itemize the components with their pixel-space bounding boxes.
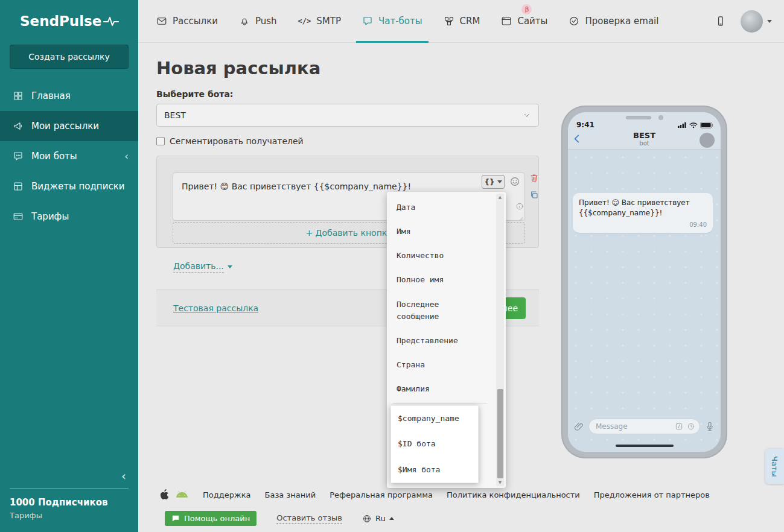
dropdown-item-presentation[interactable]: Представление [388, 329, 480, 353]
sidebar-item-subscription-widgets[interactable]: Виджеты подписки [0, 171, 138, 201]
check-circle-icon [569, 16, 579, 27]
add-more-label: Добавить... [173, 261, 224, 273]
insert-variable-button[interactable]: {} [482, 175, 505, 189]
tab-email-verification[interactable]: Проверка email [569, 0, 658, 42]
tab-email-campaigns[interactable]: Рассылки [156, 0, 218, 42]
dropdown-item-bot-name[interactable]: $Имя бота [391, 457, 478, 483]
add-more-link[interactable]: Добавить... [173, 261, 232, 273]
dropdown-item-fullname[interactable]: Полное имя [388, 268, 480, 292]
sidebar: SendPulse Создать рассылку Главная Мои р… [0, 0, 138, 532]
grid-icon [13, 90, 24, 101]
dropdown-scrollbar[interactable]: ▲ ▼ [496, 194, 504, 486]
dropdown-item-quantity[interactable]: Количество [388, 244, 480, 268]
chevron-down-icon [228, 265, 232, 268]
dropdown-item-company-name[interactable]: $company_name [391, 406, 478, 431]
sidebar-item-home[interactable]: Главная [0, 81, 138, 111]
tab-label: Push [255, 16, 277, 27]
contact-avatar [700, 133, 715, 148]
status-time: 9:41 [576, 121, 594, 129]
footer-links-row: Поддержка База знаний Реферальная програ… [160, 489, 710, 500]
tab-chatbots[interactable]: Чат-боты [362, 0, 422, 42]
preview-message-bubble: Привет! 😊 Вас приветствует {{$company_na… [573, 193, 713, 233]
chat-bot-icon [13, 151, 24, 162]
divider [393, 403, 487, 404]
tab-label: Рассылки [173, 16, 218, 27]
chevron-down-icon [523, 111, 531, 119]
sidebar-item-pricing[interactable]: Тарифы [0, 201, 138, 232]
dropdown-item-country[interactable]: Страна [388, 353, 480, 377]
scrollbar-thumb[interactable] [497, 389, 503, 478]
language-switcher[interactable]: Ru [362, 514, 394, 524]
braces-icon: {} [484, 179, 494, 186]
tab-smtp[interactable]: </> SMTP [298, 0, 341, 42]
tab-sites[interactable]: Сайты β [501, 0, 547, 42]
contact-header: BEST bot [568, 131, 721, 150]
contact-name-block: BEST bot [568, 131, 721, 147]
chevron-down-icon [497, 180, 502, 183]
chat-background: Привет! 😊 Вас приветствует {{$company_na… [568, 150, 721, 452]
divider [10, 488, 129, 489]
tab-label: SMTP [316, 16, 341, 27]
footer-actions-row: Помощь онлайн Оставить отзыв Ru [165, 511, 394, 526]
footer-link-privacy[interactable]: Политика конфиденциальности [447, 490, 580, 499]
store-icons [160, 489, 188, 500]
subscribers-count: 1000 Подписчиков [10, 497, 129, 508]
sendpulse-logo[interactable]: SendPulse [0, 0, 138, 29]
custom-variables-highlight: $company_name $ID бота $Имя бота [390, 405, 479, 483]
footer-link-knowledge-base[interactable]: База знаний [265, 490, 316, 499]
dropdown-item-bot-id[interactable]: $ID бота [391, 431, 478, 457]
widget-icon [13, 181, 24, 192]
page-title: Новая рассылка [156, 58, 320, 78]
copy-message-icon[interactable] [529, 190, 539, 200]
phone-speaker-row [568, 115, 721, 120]
delete-message-icon[interactable] [529, 173, 539, 183]
signal-icon [678, 122, 687, 128]
clock-icon [687, 422, 695, 431]
bell-icon [239, 16, 250, 27]
footer-link-support[interactable]: Поддержка [203, 490, 251, 499]
bot-select[interactable]: BEST [156, 104, 539, 127]
code-icon: </> [298, 17, 311, 25]
scroll-up-icon[interactable]: ▲ [496, 194, 504, 200]
envelope-icon [156, 16, 167, 27]
card-icon [13, 211, 24, 222]
apple-icon[interactable] [160, 489, 169, 500]
subscribers-pricing-link[interactable]: Тарифы [10, 511, 129, 520]
tab-crm[interactable]: CRM [444, 0, 480, 42]
dropdown-item-name[interactable]: Имя [388, 220, 480, 244]
online-help-button[interactable]: Помощь онлайн [165, 511, 257, 526]
speaker-grill [626, 116, 651, 119]
segment-checkbox[interactable] [156, 137, 165, 145]
emoji-picker-button[interactable] [509, 176, 520, 187]
mobile-app-icon[interactable] [715, 16, 726, 27]
dropdown-item-last-message[interactable]: Последнее сообщение [388, 293, 480, 329]
resize-handle[interactable] [515, 213, 524, 221]
segment-checkbox-row[interactable]: Сегментировать получателей [156, 136, 304, 146]
home-indicator [616, 445, 674, 447]
chats-side-tab[interactable]: Чаты [765, 449, 784, 484]
tab-push[interactable]: Push [239, 0, 277, 42]
scroll-down-icon[interactable]: ▼ [496, 480, 504, 486]
user-menu[interactable] [741, 10, 772, 33]
test-campaign-link[interactable]: Тестовая рассылка [173, 303, 258, 313]
paperclip-icon [573, 421, 584, 432]
globe-icon [362, 514, 372, 524]
footer-link-partner-offers[interactable]: Предложения от партнеров [594, 490, 710, 499]
collapse-sidebar-icon[interactable]: ‹ [116, 466, 131, 486]
android-icon[interactable] [176, 490, 188, 500]
sidebar-item-label: Виджеты подписки [31, 181, 124, 192]
phone-screen: Привет! 😊 Вас приветствует {{$company_na… [568, 112, 721, 452]
create-campaign-button[interactable]: Создать рассылку [10, 45, 129, 69]
status-bar: 9:41 [576, 121, 713, 129]
dropdown-item-lastname[interactable]: Фамилия [388, 377, 480, 401]
sidebar-item-my-campaigns[interactable]: Мои рассылки [0, 111, 138, 141]
sidebar-item-my-bots[interactable]: Мои боты ‹ [0, 141, 138, 171]
info-icon[interactable] [515, 202, 524, 211]
status-icons [678, 122, 713, 128]
chevron-left-icon: ‹ [124, 151, 129, 162]
avatar [741, 10, 763, 33]
dropdown-item-date[interactable]: Дата [388, 195, 480, 220]
contact-name: BEST [568, 131, 721, 140]
footer-link-referral[interactable]: Реферальная программа [330, 490, 433, 499]
leave-feedback-link[interactable]: Оставить отзыв [276, 513, 342, 524]
